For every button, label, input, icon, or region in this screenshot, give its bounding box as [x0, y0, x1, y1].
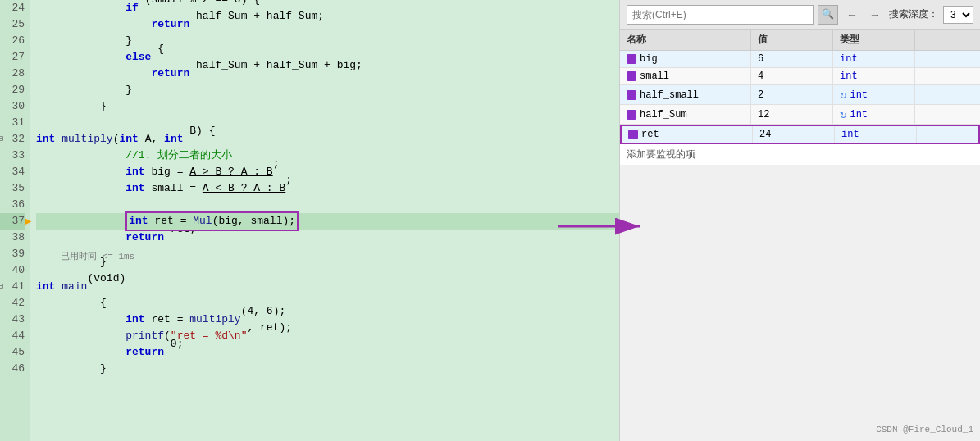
search-box-container [627, 5, 814, 25]
code-line-31 [36, 115, 619, 131]
line-num-31: 31 [0, 115, 25, 131]
watch-cell-type-big: int [833, 51, 915, 67]
line-num-46: 46 [0, 361, 25, 377]
line-num-24: 24 [0, 0, 25, 16]
watch-row-small[interactable]: small 4 int [620, 68, 980, 85]
line-num-42: 42 [0, 295, 25, 311]
line-num-35: 35 [0, 180, 25, 197]
line-num-45: 45 [0, 344, 25, 361]
watch-cell-name-half-small: half_small [620, 85, 751, 104]
line-num-37: 37 [0, 213, 25, 230]
watch-cell-value-half-sum: 12 [751, 105, 833, 124]
line-num-28: 28 [0, 66, 25, 82]
watch-cell-value-small: 4 [751, 68, 833, 84]
line-num-43: 43 [0, 311, 25, 328]
debug-toolbar: 🔍 ← → 搜索深度： 3 1 2 4 5 [620, 0, 980, 30]
line-num-27: 27 [0, 49, 25, 66]
watch-cell-value-big: 6 [751, 51, 833, 67]
watch-row-ret[interactable]: ret 24 int [620, 125, 980, 144]
line-num-41: ⊟ 41 [0, 279, 25, 295]
search-input[interactable] [632, 9, 808, 20]
col-header-name: 名称 [620, 30, 751, 50]
line-num-25: 25 [0, 16, 25, 33]
line-num-34: 34 [0, 164, 25, 180]
code-line-45: return 0; [36, 344, 619, 361]
line-num-44: 44 [0, 328, 25, 344]
line-num-33: 33 [0, 148, 25, 164]
fold-icon-32[interactable]: ⊟ [0, 131, 3, 148]
depth-select[interactable]: 3 1 2 4 5 [943, 6, 973, 24]
watermark: CSDN @Fire_Cloud_1 [876, 425, 973, 434]
line-num-40: 40 [0, 262, 25, 279]
add-watch-row[interactable]: 添加要监视的项 [620, 144, 980, 165]
debug-panel: 🔍 ← → 搜索深度： 3 1 2 4 5 名称 值 类型 [619, 0, 980, 441]
code-line-41: int main(void) [36, 279, 619, 295]
col-header-value: 值 [751, 30, 833, 50]
watch-table-header: 名称 值 类型 [620, 30, 980, 51]
watch-cell-value-half-small: 2 [751, 85, 833, 104]
line-num-32: ⊟ 32 [0, 131, 25, 148]
line-num-36: 36 [0, 197, 25, 213]
watch-cell-type-half-small: ↻ int [833, 85, 915, 104]
nav-forward-button[interactable]: → [866, 7, 884, 23]
code-panel: 24 25 26 27 28 29 30 31 ⊟ 32 33 34 35 36… [0, 0, 619, 441]
watch-row-big[interactable]: big 6 int [620, 51, 980, 68]
status-text: 已用时间 <= 1ms [61, 248, 134, 265]
watch-cell-name-small: small [620, 68, 751, 84]
var-icon-half-small [627, 90, 636, 100]
refresh-icon-half-sum[interactable]: ↻ [840, 107, 846, 121]
watch-cell-type-half-sum: ↻ int [833, 105, 915, 124]
watch-cell-value-ret: 24 [753, 126, 835, 143]
watch-cell-name-half-sum: half_Sum [620, 105, 751, 124]
fold-icon-41[interactable]: ⊟ [0, 279, 3, 295]
line-num-38: 38 [0, 230, 25, 246]
search-icon-btn[interactable]: 🔍 [818, 5, 838, 25]
watch-row-half-sum[interactable]: half_Sum 12 ↻ int [620, 105, 980, 125]
watch-row-half-small[interactable]: half_small 2 ↻ int [620, 85, 980, 105]
watch-cell-name-ret: ret [622, 126, 753, 143]
line-num-39: 39 [0, 246, 25, 262]
depth-label: 搜索深度： [889, 7, 938, 21]
watch-cell-type-ret: int [835, 126, 917, 143]
watch-table: 名称 值 类型 big 6 int small [620, 30, 980, 441]
watch-cell-name-big: big [620, 51, 751, 67]
code-content[interactable]: if (small % 2 == 0) { return half_Sum + … [30, 0, 619, 441]
code-line-35: int small = A < B ? A : B; [36, 180, 619, 197]
watch-cell-type-small: int [833, 68, 915, 84]
line-num-30: 30 [0, 98, 25, 115]
var-icon-small [627, 71, 636, 81]
var-icon-ret [628, 130, 638, 139]
col-header-type: 类型 [833, 30, 915, 50]
nav-back-button[interactable]: ← [843, 7, 861, 23]
code-line-39: } 已用时间 <= 1ms [36, 246, 619, 262]
line-num-26: 26 [0, 33, 25, 49]
var-icon-half-sum [627, 110, 636, 120]
line-num-29: 29 [0, 82, 25, 98]
var-icon-big [627, 54, 636, 64]
refresh-icon-half-small[interactable]: ↻ [840, 88, 846, 102]
code-line-37: ▶ int ret = Mul(big, small); [36, 213, 619, 230]
